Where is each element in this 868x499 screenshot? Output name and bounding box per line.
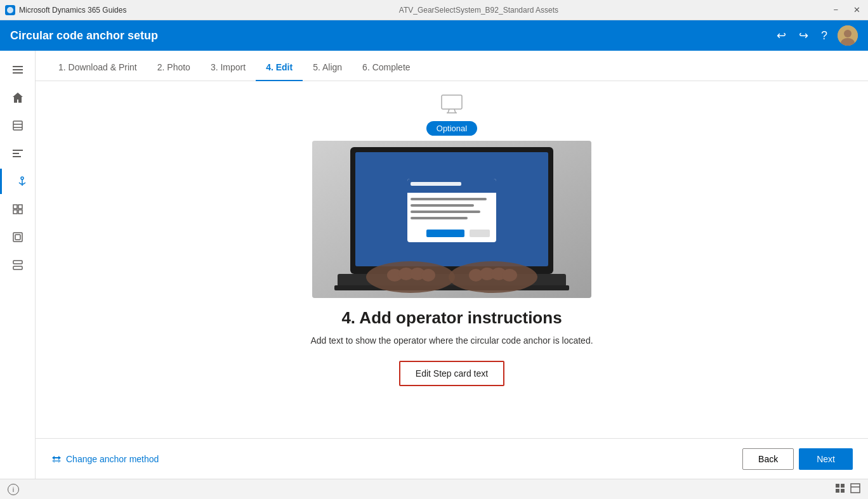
svg-rect-12 xyxy=(13,156,21,157)
svg-rect-42 xyxy=(334,285,569,290)
header-title: Circular code anchor setup xyxy=(10,29,158,42)
next-button[interactable]: Next xyxy=(799,448,853,470)
svg-rect-17 xyxy=(13,210,17,214)
sidebar xyxy=(0,51,36,479)
svg-rect-4 xyxy=(13,66,23,67)
svg-rect-35 xyxy=(411,198,487,200)
svg-rect-57 xyxy=(851,484,860,493)
svg-point-48 xyxy=(421,269,435,282)
file-name: ATV_GearSelectSystem_B92_Standard Assets xyxy=(399,6,558,15)
status-bar: i xyxy=(0,479,868,499)
tab-align[interactable]: 5. Align xyxy=(303,55,352,81)
svg-rect-16 xyxy=(18,205,22,209)
tab-import[interactable]: 3. Import xyxy=(201,55,256,81)
svg-rect-7 xyxy=(13,121,22,130)
header: Circular code anchor setup ↩ ↪ ? xyxy=(0,20,868,51)
svg-rect-18 xyxy=(18,210,22,214)
svg-line-25 xyxy=(454,109,456,113)
undo-button[interactable]: ↩ xyxy=(774,26,789,45)
tab-download[interactable]: 1. Download & Print xyxy=(48,55,147,81)
change-anchor-label: Change anchor method xyxy=(66,454,159,464)
svg-rect-22 xyxy=(13,266,22,269)
optional-badge: Optional xyxy=(426,121,477,136)
svg-rect-15 xyxy=(13,205,17,209)
avatar[interactable] xyxy=(838,25,858,46)
status-left: i xyxy=(8,484,19,495)
svg-rect-19 xyxy=(13,233,22,242)
svg-rect-20 xyxy=(15,235,20,240)
edit-step-card-button[interactable]: Edit Step card text xyxy=(399,361,504,386)
monitor-icon xyxy=(440,94,463,119)
content-area: 1. Download & Print 2. Photo 3. Import 4… xyxy=(36,51,868,479)
sidebar-item-toolkit[interactable] xyxy=(5,252,30,278)
titlebar-left: Microsoft Dynamics 365 Guides xyxy=(5,5,126,15)
step-description: Add text to show the operator where the … xyxy=(310,335,593,346)
titlebar-controls: − ✕ xyxy=(831,5,863,15)
sidebar-item-steps[interactable] xyxy=(5,141,30,166)
back-button[interactable]: Back xyxy=(742,448,794,470)
bottom-bar: Change anchor method Back Next xyxy=(36,438,868,479)
svg-point-2 xyxy=(844,30,852,37)
svg-rect-5 xyxy=(13,69,23,70)
grid-view-button[interactable] xyxy=(835,483,845,495)
svg-point-13 xyxy=(21,177,23,179)
tab-edit[interactable]: 4. Edit xyxy=(256,55,303,81)
close-button[interactable]: ✕ xyxy=(851,5,863,15)
svg-rect-23 xyxy=(442,95,462,109)
svg-rect-54 xyxy=(841,484,845,488)
svg-rect-37 xyxy=(411,211,480,213)
tab-complete[interactable]: 6. Complete xyxy=(352,55,420,81)
main-content: Optional xyxy=(36,81,868,438)
svg-rect-40 xyxy=(470,230,490,237)
app-name: Microsoft Dynamics 365 Guides xyxy=(19,6,126,15)
svg-line-24 xyxy=(448,109,449,113)
svg-rect-6 xyxy=(13,72,23,74)
svg-rect-33 xyxy=(407,190,496,193)
main-layout: 1. Download & Print 2. Photo 3. Import 4… xyxy=(0,51,868,479)
tabs-bar: 1. Download & Print 2. Photo 3. Import 4… xyxy=(36,51,868,81)
svg-rect-39 xyxy=(426,230,464,237)
sidebar-item-home[interactable] xyxy=(5,85,30,110)
layout-view-button[interactable] xyxy=(850,483,860,495)
status-right xyxy=(835,483,860,495)
svg-rect-10 xyxy=(13,150,23,151)
tab-photo[interactable]: 2. Photo xyxy=(147,55,201,81)
svg-rect-56 xyxy=(841,489,845,493)
svg-rect-21 xyxy=(13,261,22,264)
svg-rect-11 xyxy=(13,153,19,154)
sidebar-item-anchor[interactable] xyxy=(0,169,35,194)
svg-point-0 xyxy=(7,7,13,13)
svg-rect-38 xyxy=(411,217,468,219)
sidebar-item-outline[interactable] xyxy=(5,113,30,138)
info-icon[interactable]: i xyxy=(8,484,19,495)
sidebar-item-media[interactable] xyxy=(5,224,30,250)
sidebar-item-3d-parts[interactable] xyxy=(5,197,30,222)
svg-rect-55 xyxy=(836,489,839,493)
step-title: 4. Add operator instructions xyxy=(341,308,562,328)
redo-button[interactable]: ↪ xyxy=(796,26,811,45)
titlebar: Microsoft Dynamics 365 Guides ATV_GearSe… xyxy=(0,0,868,20)
svg-rect-34 xyxy=(411,182,461,186)
bottom-actions: Back Next xyxy=(742,448,853,470)
change-anchor-link[interactable]: Change anchor method xyxy=(51,454,159,464)
header-actions: ↩ ↪ ? xyxy=(774,25,858,46)
svg-rect-53 xyxy=(836,484,839,488)
help-button[interactable]: ? xyxy=(819,27,830,45)
svg-rect-36 xyxy=(411,204,474,207)
laptop-image xyxy=(312,141,591,298)
minimize-button[interactable]: − xyxy=(831,5,841,15)
svg-point-52 xyxy=(502,269,517,282)
sidebar-item-menu[interactable] xyxy=(5,57,30,82)
app-icon xyxy=(5,5,15,15)
